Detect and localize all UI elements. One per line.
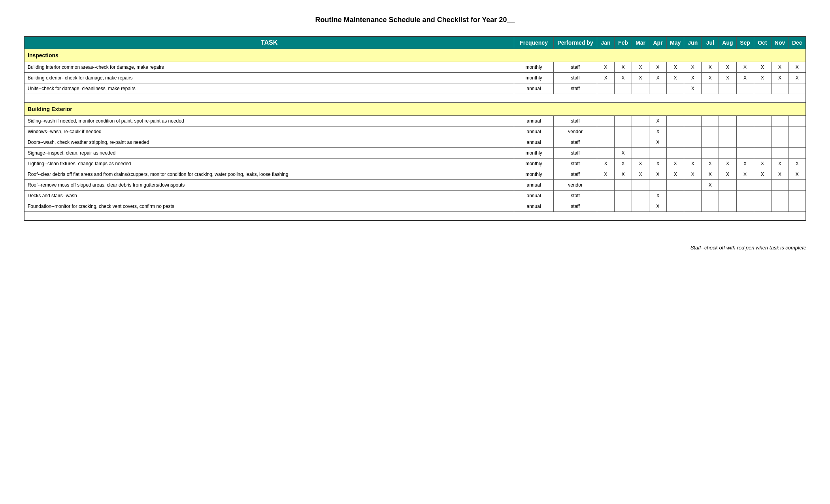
mark-cell-7 [719, 116, 736, 126]
mark-cell-4 [667, 180, 684, 191]
mark-cell-10 [771, 201, 788, 212]
mark-cell-5: X [684, 169, 702, 180]
mark-cell-3: X [649, 62, 667, 73]
maintenance-table: TASK Frequency Performed by Jan Feb Mar … [24, 36, 806, 221]
mark-cell-6 [702, 83, 719, 94]
mark-cell-6: X [702, 73, 719, 83]
performed-by-cell: staff [554, 159, 597, 169]
empty-row [24, 94, 806, 103]
table-row: Building exterior--check for damage, mak… [24, 73, 806, 83]
frequency-cell: annual [514, 180, 554, 191]
mark-cell-1 [615, 137, 632, 148]
mark-cell-3: X [649, 137, 667, 148]
mark-cell-11 [788, 201, 806, 212]
header-nov: Nov [771, 36, 788, 49]
mark-cell-10 [771, 137, 788, 148]
performed-by-cell: staff [554, 201, 597, 212]
mark-cell-5: X [684, 62, 702, 73]
mark-cell-8 [736, 191, 754, 201]
mark-cell-4 [667, 137, 684, 148]
performed-by-cell: staff [554, 83, 597, 94]
table-row: Foundation--monitor for cracking, check … [24, 201, 806, 212]
frequency-cell: monthly [514, 169, 554, 180]
mark-cell-6: X [702, 169, 719, 180]
mark-cell-6 [702, 201, 719, 212]
mark-cell-0: X [597, 169, 615, 180]
mark-cell-11: X [788, 73, 806, 83]
performed-by-cell: staff [554, 62, 597, 73]
mark-cell-1: X [615, 73, 632, 83]
mark-cell-6 [702, 126, 719, 137]
mark-cell-7: X [719, 159, 736, 169]
mark-cell-3: X [649, 191, 667, 201]
mark-cell-8 [736, 116, 754, 126]
table-row: Roof--clear debris off flat areas and fr… [24, 169, 806, 180]
mark-cell-7 [719, 83, 736, 94]
mark-cell-2 [632, 180, 649, 191]
mark-cell-3: X [649, 116, 667, 126]
mark-cell-3 [649, 180, 667, 191]
mark-cell-10 [771, 191, 788, 201]
frequency-cell: monthly [514, 159, 554, 169]
mark-cell-4 [667, 116, 684, 126]
mark-cell-4 [667, 126, 684, 137]
mark-cell-6: X [702, 62, 719, 73]
mark-cell-4: X [667, 73, 684, 83]
mark-cell-8 [736, 201, 754, 212]
mark-cell-10 [771, 83, 788, 94]
mark-cell-1: X [615, 169, 632, 180]
frequency-cell: annual [514, 116, 554, 126]
table-row: Roof--remove moss off sloped areas, clea… [24, 180, 806, 191]
mark-cell-0 [597, 126, 615, 137]
mark-cell-11 [788, 126, 806, 137]
mark-cell-6 [702, 137, 719, 148]
table-row: Windows--wash, re-caulk if neededannualv… [24, 126, 806, 137]
performed-by-cell: staff [554, 137, 597, 148]
mark-cell-11 [788, 148, 806, 159]
mark-cell-2 [632, 116, 649, 126]
mark-cell-7: X [719, 62, 736, 73]
mark-cell-7: X [719, 73, 736, 83]
task-cell: Building interior common areas--check fo… [24, 62, 514, 73]
header-feb: Feb [615, 36, 632, 49]
mark-cell-7: X [719, 169, 736, 180]
performed-by-cell: staff [554, 191, 597, 201]
mark-cell-2 [632, 148, 649, 159]
mark-cell-5: X [684, 159, 702, 169]
task-cell: Windows--wash, re-caulk if needed [24, 126, 514, 137]
mark-cell-4 [667, 83, 684, 94]
task-cell: Doors--wash, check weather stripping, re… [24, 137, 514, 148]
mark-cell-9: X [754, 159, 771, 169]
mark-cell-2: X [632, 62, 649, 73]
task-cell: Building exterior--check for damage, mak… [24, 73, 514, 83]
header-jan: Jan [597, 36, 615, 49]
mark-cell-2: X [632, 73, 649, 83]
mark-cell-4 [667, 191, 684, 201]
frequency-cell: annual [514, 126, 554, 137]
mark-cell-7 [719, 180, 736, 191]
header-may: May [667, 36, 684, 49]
header-task: TASK [24, 36, 514, 49]
mark-cell-10: X [771, 73, 788, 83]
header-frequency: Frequency [514, 36, 554, 49]
mark-cell-0 [597, 116, 615, 126]
mark-cell-9: X [754, 169, 771, 180]
mark-cell-8: X [736, 169, 754, 180]
frequency-cell: monthly [514, 148, 554, 159]
mark-cell-3 [649, 83, 667, 94]
header-sep: Sep [736, 36, 754, 49]
table-row: Decks and stairs--washannualstaffX [24, 191, 806, 201]
mark-cell-9: X [754, 73, 771, 83]
mark-cell-0 [597, 180, 615, 191]
task-cell: Units--check for damage, cleanliness, ma… [24, 83, 514, 94]
mark-cell-1 [615, 201, 632, 212]
mark-cell-2 [632, 201, 649, 212]
mark-cell-0: X [597, 62, 615, 73]
mark-cell-8 [736, 126, 754, 137]
mark-cell-9 [754, 148, 771, 159]
mark-cell-8: X [736, 159, 754, 169]
table-row: Units--check for damage, cleanliness, ma… [24, 83, 806, 94]
mark-cell-2 [632, 191, 649, 201]
section-header-0: Inspections [24, 49, 806, 62]
task-cell: Siding--wash if needed, monitor conditio… [24, 116, 514, 126]
